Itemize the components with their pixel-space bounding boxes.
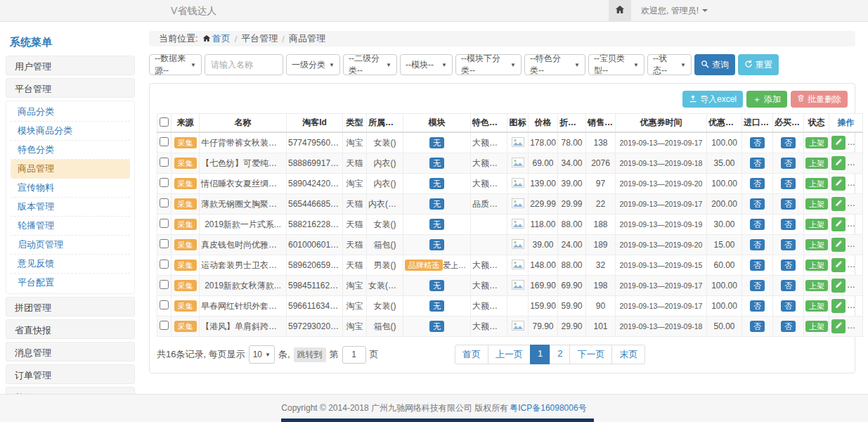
filter-select[interactable]: --二级分类--▼ bbox=[343, 54, 397, 75]
per-page-select[interactable]: 10 ▼ bbox=[249, 345, 275, 364]
sidebar-subitem[interactable]: 商品分类 bbox=[11, 103, 130, 122]
import-select-badge-cell: 否 bbox=[742, 316, 773, 337]
sidebar-item[interactable]: 兑换管理 bbox=[6, 387, 135, 394]
special-category-cell: 大额优惠券 bbox=[471, 132, 507, 153]
sidebar-subitem[interactable]: 意见反馈 bbox=[11, 255, 130, 274]
operations-cell bbox=[829, 153, 863, 174]
category-cell: 女装() bbox=[367, 132, 403, 153]
filter-select[interactable]: --模块--▼ bbox=[400, 54, 453, 75]
sales-count-cell: 97 bbox=[586, 174, 616, 194]
row-checkbox[interactable] bbox=[160, 219, 169, 228]
edit-button[interactable] bbox=[831, 279, 846, 293]
page-button[interactable]: 上一页 bbox=[488, 345, 531, 364]
category-cell: 女装() bbox=[367, 215, 403, 235]
row-checkbox[interactable] bbox=[160, 280, 169, 289]
sidebar-subitem[interactable]: 模块商品分类 bbox=[11, 122, 130, 141]
source-badge: 采集 bbox=[174, 239, 197, 250]
module-cell: 无 bbox=[403, 276, 471, 296]
edit-button[interactable] bbox=[831, 156, 846, 170]
row-checkbox[interactable] bbox=[160, 137, 169, 146]
page-button[interactable]: 末页 bbox=[611, 345, 645, 364]
discount-price-cell: 78.00 bbox=[558, 132, 586, 153]
sidebar-subitem[interactable]: 商品管理 bbox=[11, 160, 130, 179]
taoke-id-cell: 589042420344 bbox=[287, 174, 343, 194]
page-button[interactable]: 1 bbox=[530, 345, 550, 364]
user-menu[interactable]: 欢迎您, 管理员! bbox=[641, 5, 708, 17]
edit-button[interactable] bbox=[831, 197, 846, 211]
edit-button[interactable] bbox=[831, 217, 846, 231]
sidebar-subitem[interactable]: 平台配置 bbox=[11, 274, 130, 292]
sidebar-item[interactable]: 消息管理 bbox=[6, 342, 135, 362]
page-number-input[interactable] bbox=[342, 346, 366, 364]
sidebar-item[interactable]: 省直快报 bbox=[6, 319, 135, 339]
row-checkbox[interactable] bbox=[160, 260, 169, 269]
sidebar-item[interactable]: 用户管理 bbox=[6, 56, 135, 75]
sidebar-item[interactable]: 拼团管理 bbox=[6, 297, 135, 316]
module-cell: 品牌精选爱上运动 bbox=[403, 255, 471, 276]
sidebar-subitem[interactable]: 轮播管理 bbox=[11, 217, 130, 236]
sidebar-subitem[interactable]: 版本管理 bbox=[11, 198, 130, 217]
source-badge-cell: 采集 bbox=[171, 153, 200, 174]
status-badge: 上架 bbox=[805, 300, 828, 312]
select-all-cell bbox=[157, 114, 171, 133]
page-button[interactable]: 下一页 bbox=[569, 345, 612, 364]
filter-select[interactable]: 一级分类▼ bbox=[286, 54, 340, 75]
edit-icon bbox=[835, 301, 843, 311]
coupon-time-cell: 2019-09-13—2019-09-17 bbox=[616, 276, 707, 296]
data-source-select[interactable]: --数据来源--▼ bbox=[149, 54, 202, 75]
row-checkbox[interactable] bbox=[160, 321, 169, 330]
edit-button[interactable] bbox=[831, 136, 846, 150]
icon-cell bbox=[507, 174, 529, 194]
edit-button[interactable] bbox=[831, 177, 846, 191]
row-checkbox[interactable] bbox=[160, 198, 169, 207]
filter-select[interactable]: --状态--▼ bbox=[647, 54, 692, 75]
filter-select[interactable]: --特色分类--▼ bbox=[524, 54, 585, 75]
must-buy-badge-cell: 否 bbox=[773, 153, 804, 174]
filter-select[interactable]: --模块下分类--▼ bbox=[455, 54, 522, 75]
row-checkbox[interactable] bbox=[160, 239, 169, 248]
column-header: 图标 bbox=[507, 114, 529, 133]
select-all-checkbox[interactable] bbox=[160, 117, 169, 127]
row-checkbox[interactable] bbox=[160, 158, 169, 167]
home-button[interactable] bbox=[609, 0, 631, 21]
batch-delete-button[interactable]: 批量删除 bbox=[791, 91, 848, 108]
edit-button[interactable] bbox=[831, 299, 846, 313]
module-badge: 无 bbox=[429, 321, 444, 332]
row-checkbox[interactable] bbox=[160, 178, 169, 187]
breadcrumb-home-link[interactable]: 首页 bbox=[202, 32, 231, 45]
sidebar-subitem[interactable]: 启动页管理 bbox=[11, 236, 130, 255]
icon-cell bbox=[507, 194, 529, 215]
icp-link[interactable]: 粤ICP备16098006号 bbox=[510, 402, 586, 414]
edit-button[interactable] bbox=[831, 238, 846, 252]
taoke-id-cell: 596611634525 bbox=[287, 296, 343, 316]
add-button[interactable]: ＋ 添加 bbox=[746, 91, 787, 108]
reset-button[interactable]: 重置 bbox=[738, 54, 779, 75]
edit-button[interactable] bbox=[831, 319, 846, 333]
breadcrumb-item: 商品管理 bbox=[289, 32, 325, 45]
row-select-cell bbox=[157, 215, 171, 235]
sales-count-cell: 198 bbox=[586, 276, 616, 296]
import-excel-button[interactable]: 导入excel bbox=[682, 91, 743, 108]
edit-button[interactable] bbox=[831, 258, 846, 272]
sidebar-item[interactable]: 平台管理 bbox=[6, 78, 135, 98]
sidebar-subitem[interactable]: 特色分类 bbox=[11, 141, 130, 160]
page-button[interactable]: 2 bbox=[550, 345, 570, 364]
type-cell: 淘宝 bbox=[343, 174, 367, 194]
row-checkbox[interactable] bbox=[160, 300, 169, 309]
module-badge: 无 bbox=[429, 178, 444, 189]
page-button[interactable]: 首页 bbox=[455, 345, 488, 364]
products-table: 来源名称淘客Id类型所属分类模块特色分类图标价格折后价销售数量优惠券时间优惠券金… bbox=[157, 113, 863, 337]
filter-select[interactable]: --宝贝类型--▼ bbox=[588, 54, 644, 75]
search-button[interactable]: 查询 bbox=[694, 54, 735, 75]
status-badge-cell: 上架 bbox=[804, 255, 829, 276]
table-row: 采集真皮钱包时尚优雅女士...601000601341天猫箱包()无39.002… bbox=[157, 235, 863, 255]
name-search-input[interactable] bbox=[205, 54, 283, 75]
sidebar-item[interactable]: 订单管理 bbox=[6, 364, 135, 384]
table-header-row: 来源名称淘客Id类型所属分类模块特色分类图标价格折后价销售数量优惠券时间优惠券金… bbox=[157, 114, 863, 133]
sidebar-subitem[interactable]: 宣传物料 bbox=[11, 179, 130, 198]
category-cell: 内衣() bbox=[367, 174, 403, 194]
module-badge: 无 bbox=[429, 300, 444, 312]
breadcrumb-item: 平台管理 bbox=[241, 32, 278, 45]
special-category-cell: 大额优惠券 bbox=[471, 276, 507, 296]
import-select-badge-cell: 否 bbox=[742, 255, 773, 276]
